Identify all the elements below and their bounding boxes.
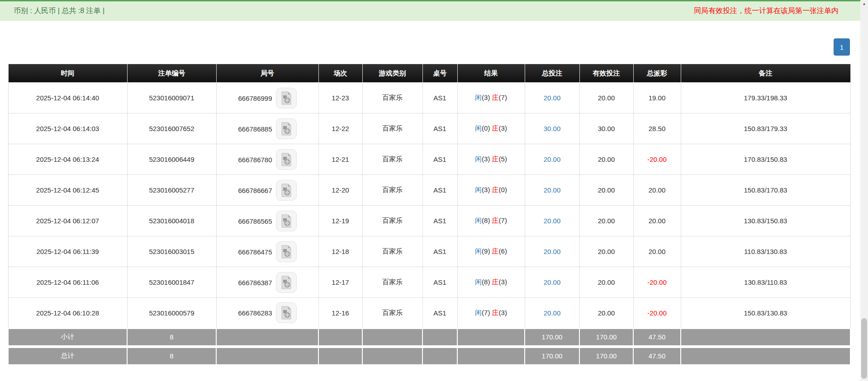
total-bet-link[interactable]: 20.00 [525,83,579,113]
video-button[interactable] [276,211,297,231]
round-number: 666786387 [238,278,272,286]
video-button[interactable] [276,149,297,170]
total-row: 总计8170.00170.0047.50 [8,347,850,365]
subtotal-count: 8 [127,329,216,347]
result-player-label: 闲 [475,309,482,316]
bet-id-cell: 523016006449 [127,144,216,175]
remark-cell: 130.83/110.83 [681,267,850,298]
game-type-cell: 百家乐 [362,113,422,144]
result-player-label: 闲 [475,155,482,163]
video-icon [280,122,292,136]
subtotal-row: 小计8170.00170.0047.50 [8,329,850,347]
video-button[interactable] [276,118,297,139]
header-cell: 局号 [216,64,318,83]
round-number: 666786999 [238,94,272,102]
total-total-bet: 170.00 [525,347,579,365]
video-button[interactable] [276,302,297,323]
table-row: 2025-12-04 06:14:03523016007652666786885… [8,113,850,144]
table-no-cell: AS1 [422,267,457,298]
result-player-label: 闲 [475,94,482,101]
scroll-up-icon[interactable]: ▲ [860,0,868,8]
round-cell: 666786387 [216,267,318,298]
result-banker-count: (7) [499,94,507,101]
result-player-label: 闲 [475,186,482,193]
video-button[interactable] [276,272,297,293]
result-banker-count: (0) [499,186,507,193]
header-cell: 时间 [8,64,127,83]
subtotal-total-bet: 170.00 [525,329,579,347]
session-cell: 12-19 [318,206,362,236]
payout-cell: 28.50 [633,113,681,144]
result-banker-label: 庄 [492,186,499,193]
result-banker-count: (3) [499,278,507,286]
currency-summary-text: 币别 : 人民币 | 总共 :8 注单 | [14,6,104,16]
scrollbar-thumb[interactable] [861,318,867,379]
bet-id-cell: 523016001847 [127,267,216,298]
total-bet-link[interactable]: 30.00 [525,113,579,144]
result-cell: 闲(3) 庄(0) [457,175,525,206]
result-banker-label: 庄 [492,309,499,316]
result-banker-label: 庄 [492,247,499,255]
game-type-cell: 百家乐 [362,144,422,175]
total-remark [681,347,850,365]
time-cell: 2025-12-04 06:10:28 [8,298,127,329]
round-cell: 666786667 [216,175,318,206]
video-button[interactable] [276,88,297,108]
table-row: 2025-12-04 06:12:45523016005277666786667… [8,175,850,206]
subtotal-label: 小计 [8,329,127,347]
time-cell: 2025-12-04 06:12:45 [8,175,127,206]
session-cell: 12-22 [318,113,362,144]
result-player-count: (3) [482,94,490,101]
result-banker-label: 庄 [492,94,499,101]
bet-id-cell: 523016004018 [127,206,216,236]
total-bet-link[interactable]: 20.00 [525,175,579,206]
subtotal-empty-cell [318,329,362,347]
result-player-count: (3) [482,186,490,193]
table-no-cell: AS1 [422,113,457,144]
content-area: 1 时间注单编号局号场次游戏类别桌号结果总投注有效投注总派彩备注2025-12-… [8,38,850,365]
total-bet-link[interactable]: 20.00 [525,298,579,329]
remark-cell: 110.83/130.83 [681,236,850,267]
remark-cell: 150.83/179.33 [681,113,850,144]
session-cell: 12-16 [318,298,362,329]
result-banker-label: 庄 [492,216,499,224]
header-cell: 总派彩 [633,64,681,83]
result-banker-count: (3) [499,124,507,132]
result-cell: 闲(0) 庄(3) [457,113,525,144]
video-button[interactable] [276,180,297,201]
result-cell: 闲(3) 庄(7) [457,83,525,113]
subtotal-valid-bet: 170.00 [579,329,633,347]
total-empty-cell [216,347,318,365]
scrollbar[interactable]: ▲ [860,0,868,381]
remark-cell: 179.33/198.33 [681,83,850,113]
round-cell: 666786780 [216,144,318,175]
page-1-button[interactable]: 1 [834,38,850,56]
time-cell: 2025-12-04 06:13:24 [8,144,127,175]
game-type-cell: 百家乐 [362,206,422,236]
info-bar: 币别 : 人民币 | 总共 :8 注单 | 同局有效投注，统一计算在该局第一张注… [0,0,860,21]
valid-bet-cell: 20.00 [579,83,633,113]
table-no-cell: AS1 [422,206,457,236]
result-cell: 闲(3) 庄(5) [457,144,525,175]
game-type-cell: 百家乐 [362,175,422,206]
total-bet-link[interactable]: 20.00 [525,267,579,298]
bet-id-cell: 523016005277 [127,175,216,206]
video-button[interactable] [276,241,297,262]
total-empty-cell [422,347,457,365]
video-icon [280,276,292,289]
table-row: 2025-12-04 06:13:24523016006449666786780… [8,144,850,175]
header-row: 时间注单编号局号场次游戏类别桌号结果总投注有效投注总派彩备注 [8,64,850,83]
total-bet-link[interactable]: 20.00 [525,206,579,236]
round-number: 666786667 [238,186,272,194]
valid-bet-cell: 20.00 [579,175,633,206]
bet-id-cell: 523016000579 [127,298,216,329]
total-bet-link[interactable]: 20.00 [525,144,579,175]
valid-bet-cell: 20.00 [579,236,633,267]
total-bet-link[interactable]: 20.00 [525,236,579,267]
result-cell: 闲(9) 庄(6) [457,236,525,267]
video-icon [280,245,292,259]
subtotal-empty-cell [216,329,318,347]
valid-bet-cell: 20.00 [579,267,633,298]
header-cell: 桌号 [422,64,457,83]
table-row: 2025-12-04 06:12:07523016004018666786565… [8,206,850,236]
